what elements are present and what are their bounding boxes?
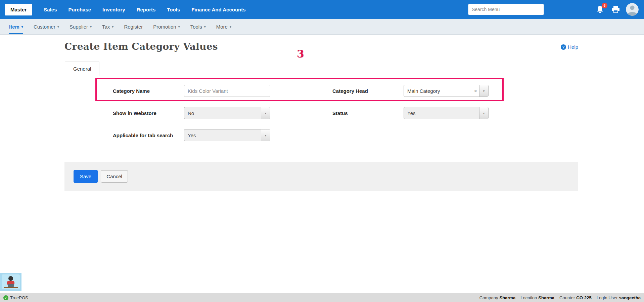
subnav-item-label: Register <box>124 24 143 30</box>
notifications-bell-icon[interactable]: 6 <box>596 5 604 14</box>
dropdown-arrow-icon[interactable]: ▾ <box>261 129 270 141</box>
dropdown-arrow-icon[interactable]: ▾ <box>479 107 488 119</box>
subnav-register[interactable]: Register <box>124 19 143 34</box>
help-link[interactable]: ? Help <box>561 44 578 50</box>
applicable-tab-search-label: Applicable for tab search <box>113 133 184 138</box>
clear-selection-icon[interactable]: × <box>472 88 479 93</box>
status-select[interactable]: Yes ▾ <box>404 107 489 119</box>
form-actions-bar: Save Cancel <box>64 162 578 191</box>
dropdown-arrow-icon[interactable]: ▾ <box>479 85 488 97</box>
check-icon: ✓ <box>3 295 8 300</box>
category-name-label: Category Name <box>113 88 184 94</box>
subnav-supplier[interactable]: Supplier ▾ <box>70 19 92 34</box>
category-head-select[interactable]: Main Category × ▾ <box>404 85 489 97</box>
subnav-item-label: Supplier <box>70 24 88 30</box>
brand-footer: ✓ TruePOS <box>3 295 28 300</box>
tab-bar: General <box>64 62 578 76</box>
nav-reports[interactable]: Reports <box>137 7 156 12</box>
subnav-promotion[interactable]: Promotion ▾ <box>153 19 180 34</box>
subnav-more[interactable]: More ▾ <box>216 19 231 34</box>
status-value: Yes <box>404 110 479 116</box>
truepos-mascot-icon[interactable] <box>0 273 21 291</box>
subnav-customer[interactable]: Customer ▾ <box>34 19 59 34</box>
person-icon <box>626 3 639 16</box>
subnav-item-label: Item <box>9 24 19 30</box>
category-head-label: Category Head <box>332 88 404 94</box>
chevron-down-icon: ▾ <box>21 25 23 29</box>
status-bar: ✓ TruePOS CompanySharma LocationSharma C… <box>0 293 644 302</box>
user-avatar[interactable] <box>626 3 639 16</box>
print-icon[interactable] <box>612 6 620 13</box>
subnav-item-label: Tools <box>190 24 202 30</box>
form-row-webstore-status: Show in Webstore No ▾ Status Yes ▾ <box>64 107 578 119</box>
nav-sales[interactable]: Sales <box>44 7 57 12</box>
subnav-item-label: Customer <box>34 24 55 30</box>
chevron-down-icon: ▾ <box>90 25 92 29</box>
nav-inventory[interactable]: Inventory <box>102 7 125 12</box>
tab-general[interactable]: General <box>65 62 99 76</box>
applicable-tab-search-value: Yes <box>184 133 261 138</box>
subnav-item-label: Promotion <box>153 24 176 30</box>
location-info: LocationSharma <box>520 295 554 300</box>
subnav-tools[interactable]: Tools ▾ <box>190 19 206 34</box>
form-row-category: Category Name Category Head Main Categor… <box>64 85 578 97</box>
category-values-form: Category Name Category Head Main Categor… <box>64 76 578 141</box>
show-in-webstore-label: Show in Webstore <box>113 110 184 116</box>
session-info: CompanySharma LocationSharma CounterCO-2… <box>479 295 641 300</box>
category-name-input[interactable] <box>184 85 270 97</box>
subnav-item[interactable]: Item ▾ <box>9 19 23 34</box>
nav-tools[interactable]: Tools <box>167 7 180 12</box>
help-icon: ? <box>561 44 566 50</box>
chevron-down-icon: ▾ <box>178 25 180 29</box>
category-head-value: Main Category <box>404 88 472 94</box>
search-menu-input[interactable] <box>468 4 544 15</box>
chevron-down-icon: ▾ <box>230 25 231 29</box>
save-button[interactable]: Save <box>74 170 98 183</box>
company-info: CompanySharma <box>479 295 515 300</box>
subnav-tax[interactable]: Tax ▾ <box>102 19 113 34</box>
nav-purchase[interactable]: Purchase <box>68 7 91 12</box>
nav-master-button[interactable]: Master <box>5 4 32 15</box>
login-user-info: Login Usersangeetha <box>597 295 641 300</box>
module-sub-navigation: Item ▾ Customer ▾ Supplier ▾ Tax ▾ Regis… <box>0 19 644 35</box>
cancel-button[interactable]: Cancel <box>101 170 128 183</box>
applicable-tab-search-select[interactable]: Yes ▾ <box>184 129 270 141</box>
status-label: Status <box>332 110 404 116</box>
nav-finance-and-accounts[interactable]: Finance And Accounts <box>191 7 245 12</box>
show-in-webstore-select[interactable]: No ▾ <box>184 107 270 119</box>
help-label: Help <box>568 44 578 50</box>
main-content: Create Item Category Values ? Help Gener… <box>64 41 578 191</box>
brand-name: TruePOS <box>10 295 28 300</box>
chevron-down-icon: ▾ <box>204 25 206 29</box>
page-title: Create Item Category Values <box>64 41 218 52</box>
form-row-tab-search: Applicable for tab search Yes ▾ <box>64 129 578 141</box>
counter-info: CounterCO-225 <box>559 295 592 300</box>
chevron-down-icon: ▾ <box>57 25 59 29</box>
subnav-item-label: Tax <box>102 24 110 30</box>
chevron-down-icon: ▾ <box>112 25 113 29</box>
notification-count-badge: 6 <box>602 3 607 8</box>
dropdown-arrow-icon[interactable]: ▾ <box>261 107 270 119</box>
subnav-item-label: More <box>216 24 228 30</box>
top-navigation-bar: Master Sales Purchase Inventory Reports … <box>0 0 644 19</box>
show-in-webstore-value: No <box>184 110 261 116</box>
